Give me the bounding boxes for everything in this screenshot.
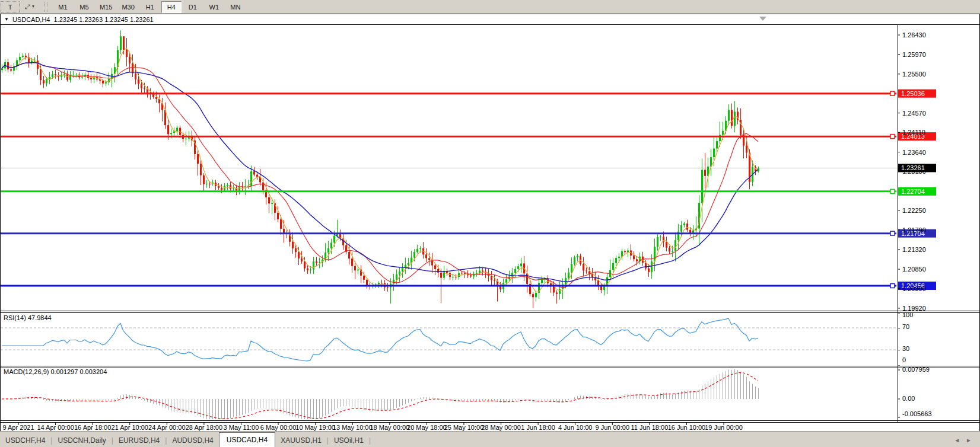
candle-bull bbox=[72, 75, 74, 75]
timeframe-button-w1[interactable]: W1 bbox=[204, 1, 224, 13]
tab-scroll-right-icon[interactable]: ► bbox=[966, 437, 972, 443]
axis-tick-label: 1.25500 bbox=[902, 71, 926, 78]
candle-bull bbox=[734, 111, 736, 126]
candle-bear bbox=[152, 94, 154, 97]
tab-separator: | bbox=[369, 436, 371, 447]
level-handle[interactable] bbox=[890, 189, 895, 193]
timeframe-button-m15[interactable]: M15 bbox=[96, 1, 116, 13]
candle-bear bbox=[434, 266, 436, 269]
candle-bear bbox=[437, 269, 439, 273]
axis-tick-label: 1.22250 bbox=[902, 207, 926, 214]
candle-bear bbox=[526, 273, 528, 283]
candle-bull bbox=[476, 273, 478, 274]
timeframe-button-m1[interactable]: M1 bbox=[53, 1, 73, 13]
candle-bull bbox=[271, 203, 273, 204]
candle-bear bbox=[494, 280, 495, 280]
timeframe-button-h4[interactable]: H4 bbox=[161, 1, 182, 13]
candle-bear bbox=[221, 188, 222, 190]
candle-bull bbox=[452, 277, 454, 277]
level-handle[interactable] bbox=[890, 231, 895, 235]
candle-bear bbox=[351, 258, 353, 266]
candle-bear bbox=[126, 50, 128, 57]
candle-bear bbox=[40, 69, 42, 80]
candle-bull bbox=[479, 270, 481, 273]
rsi-axis-label: 30 bbox=[902, 345, 909, 352]
date-label: 10 May 19:00 bbox=[295, 424, 335, 431]
tab-usdchf-h4[interactable]: USDCHF,H4 bbox=[0, 434, 50, 447]
tab-usdcad-h4[interactable]: USDCAD,H4 bbox=[219, 432, 275, 447]
candle-bull bbox=[75, 75, 77, 75]
timeframe-button-m5[interactable]: M5 bbox=[74, 1, 94, 13]
tab-usoil-h1[interactable]: USOil,H1 bbox=[329, 434, 369, 447]
text-tool-button[interactable]: T bbox=[1, 1, 20, 13]
candle-bull bbox=[680, 225, 682, 232]
level-handle[interactable] bbox=[890, 91, 895, 95]
level-handle[interactable] bbox=[890, 284, 895, 288]
candle-bull bbox=[458, 273, 460, 277]
candle-bear bbox=[580, 256, 581, 264]
candle-bear bbox=[449, 273, 451, 277]
candle-bear bbox=[262, 183, 264, 190]
candle-bull bbox=[559, 289, 561, 293]
axis-tick-label: 1.21790 bbox=[902, 226, 926, 234]
candle-bear bbox=[256, 175, 258, 177]
candle-bear bbox=[366, 280, 368, 286]
candle-bull bbox=[672, 251, 673, 252]
macd-indicator-label: MACD(12,26,9) 0.001297 0.003204 bbox=[4, 368, 107, 375]
candle-bear bbox=[307, 269, 308, 271]
candle-bull bbox=[419, 248, 421, 249]
candle-bull bbox=[413, 252, 415, 258]
timeframe-button-d1[interactable]: D1 bbox=[183, 1, 203, 13]
tab-xauusd-h1[interactable]: XAUUSD,H1 bbox=[275, 434, 327, 447]
date-label: 9 Jun 00:00 bbox=[596, 424, 630, 431]
candle-bull bbox=[618, 257, 620, 258]
axis-tick-label: 1.25970 bbox=[902, 51, 926, 58]
candle-bear bbox=[43, 80, 44, 83]
price-axis[interactable]: 1.250361.240131.227041.217041.204561.264… bbox=[898, 31, 936, 312]
timeframe-button-h1[interactable]: H1 bbox=[140, 1, 160, 13]
candle-bull bbox=[120, 36, 122, 50]
candle-bear bbox=[298, 252, 300, 258]
candle-bear bbox=[280, 219, 282, 229]
date-axis[interactable]: 9 Apr 202114 Apr 00:0016 Apr 18:0021 Apr… bbox=[2, 422, 742, 431]
axis-tick-label: 1.23640 bbox=[902, 149, 926, 156]
date-label: 3 May 11:00 bbox=[224, 424, 259, 431]
tab-audusd-h4[interactable]: AUDUSD,H4 bbox=[167, 434, 218, 447]
date-label: 16 Apr 18:00 bbox=[74, 424, 111, 431]
candle-bear bbox=[482, 270, 483, 272]
candle-bull bbox=[31, 60, 33, 62]
candle-bull bbox=[173, 131, 175, 133]
date-label: 24 Apr 00:00 bbox=[148, 424, 185, 431]
candle-bear bbox=[461, 273, 463, 273]
cursor-tool-button[interactable]: ⤢ ▼ bbox=[21, 1, 40, 13]
candle-bear bbox=[292, 242, 294, 248]
candle-bull bbox=[621, 251, 623, 257]
candle-bull bbox=[396, 274, 397, 280]
candle-bear bbox=[200, 164, 202, 175]
moving-average-13 bbox=[2, 62, 758, 288]
candle-bull bbox=[224, 186, 225, 190]
candle-bull bbox=[402, 267, 403, 272]
candle-bear bbox=[203, 175, 205, 184]
candle-bull bbox=[63, 74, 65, 75]
axis-tick-label: 1.24110 bbox=[902, 129, 925, 136]
timeframe-button-mn[interactable]: MN bbox=[225, 1, 246, 13]
candle-bear bbox=[230, 185, 231, 189]
date-label: 19 Jun 00:00 bbox=[705, 424, 743, 431]
candle-bull bbox=[505, 279, 507, 283]
level-handle[interactable] bbox=[890, 135, 895, 139]
candle-bear bbox=[123, 36, 125, 50]
chart-ohlc-values: 1.23245 1.23263 1.23245 1.23261 bbox=[54, 16, 154, 23]
tab-usdcnh-daily[interactable]: USDCNH,Daily bbox=[52, 434, 111, 447]
candle-bull bbox=[105, 82, 107, 84]
tab-scroll-left-icon[interactable]: ◄ bbox=[954, 437, 960, 443]
horizontal-levels-layer[interactable] bbox=[1, 91, 896, 288]
candle-bull bbox=[46, 79, 47, 84]
candle-bull bbox=[574, 257, 575, 264]
chart-canvas: 1.250361.240131.227041.217041.204561.264… bbox=[1, 24, 979, 431]
candle-bull bbox=[227, 185, 228, 186]
tab-eurusd-h4[interactable]: EURUSD,H4 bbox=[113, 434, 165, 447]
date-label: 14 Apr 00:00 bbox=[37, 424, 74, 431]
timeframe-button-m30[interactable]: M30 bbox=[117, 1, 138, 13]
date-label: 11 Jun 18:00 bbox=[631, 424, 668, 431]
